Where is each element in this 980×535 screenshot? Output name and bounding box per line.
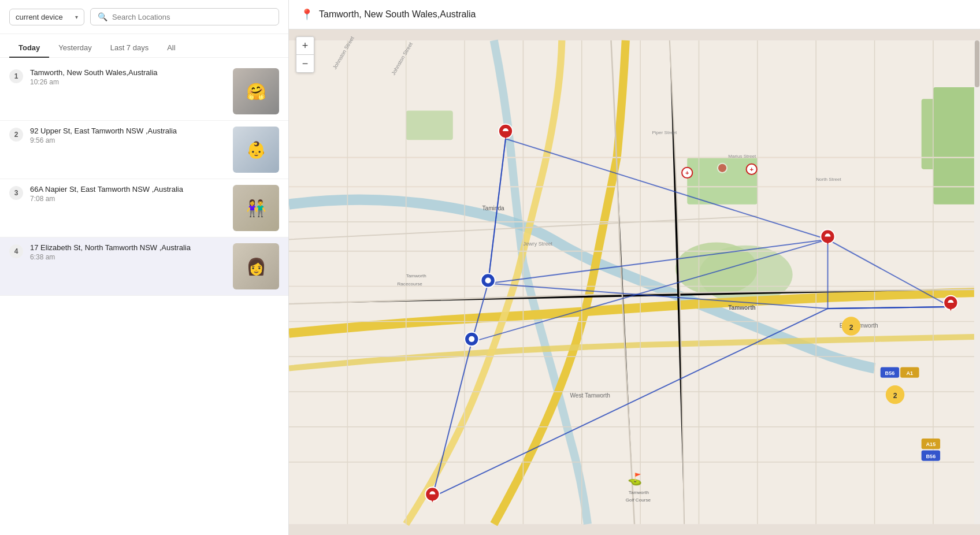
thumb-figure: 👶: [233, 127, 279, 173]
tab-last7[interactable]: Last 7 days: [101, 39, 158, 58]
svg-point-61: [485, 277, 491, 283]
svg-text:Tamworth: Tamworth: [728, 304, 756, 311]
location-time: 7:08 am: [30, 195, 226, 203]
svg-text:Tamworth: Tamworth: [629, 490, 649, 495]
svg-point-63: [469, 336, 474, 342]
location-number: 2: [9, 128, 23, 142]
list-item[interactable]: 3 66A Napier St, East Tamworth NSW ,Aust…: [0, 179, 288, 237]
left-panel: current device ▾ 🔍 Today Yesterday Last …: [0, 0, 289, 535]
svg-text:B56: B56: [926, 454, 936, 459]
location-time: 6:38 am: [30, 253, 226, 261]
map-title: Tamworth, New South Wales,Australia: [319, 9, 476, 20]
svg-point-70: [718, 164, 727, 173]
tabs-bar: Today Yesterday Last 7 days All: [0, 34, 288, 58]
location-thumbnail: 👫: [233, 185, 279, 231]
svg-text:Piper Street: Piper Street: [652, 130, 677, 135]
location-time: 9:56 am: [30, 136, 226, 144]
chevron-down-icon: ▾: [75, 14, 78, 20]
svg-text:2: 2: [849, 324, 853, 332]
map-container[interactable]: + −: [289, 29, 980, 535]
svg-rect-76: [974, 40, 980, 524]
list-item[interactable]: 1 Tamworth, New South Wales,Australia 10…: [0, 62, 288, 121]
svg-text:Taminda: Taminda: [482, 205, 504, 211]
svg-text:⛳: ⛳: [628, 472, 643, 486]
search-icon: 🔍: [98, 12, 107, 21]
svg-text:+: +: [749, 166, 753, 173]
location-number: 4: [9, 244, 23, 258]
location-info: Tamworth, New South Wales,Australia 10:2…: [30, 68, 226, 90]
svg-text:Golf Course: Golf Course: [626, 497, 651, 503]
list-item[interactable]: 2 92 Upper St, East Tamworth NSW ,Austra…: [0, 121, 288, 179]
tab-all[interactable]: All: [158, 39, 184, 58]
svg-text:North Street: North Street: [816, 177, 841, 182]
zoom-controls: + −: [296, 36, 314, 73]
location-name: 92 Upper St, East Tamworth NSW ,Australi…: [30, 127, 226, 135]
location-number: 3: [9, 186, 23, 200]
location-list: 1 Tamworth, New South Wales,Australia 10…: [0, 58, 288, 535]
location-info: 17 Elizabeth St, North Tamworth NSW ,Aus…: [30, 243, 226, 265]
thumb-figure: 🤗: [233, 68, 279, 114]
location-name: 66A Napier St, East Tamworth NSW ,Austra…: [30, 185, 226, 194]
tab-yesterday[interactable]: Yesterday: [49, 39, 101, 58]
svg-text:+: +: [685, 169, 689, 176]
search-box: 🔍: [90, 8, 279, 25]
map-pin-icon: 📍: [300, 8, 313, 21]
search-input[interactable]: [112, 13, 272, 21]
tab-today[interactable]: Today: [9, 39, 49, 58]
map-header: 📍 Tamworth, New South Wales,Australia: [289, 0, 980, 29]
location-info: 66A Napier St, East Tamworth NSW ,Austra…: [30, 185, 226, 206]
location-name: Tamworth, New South Wales,Australia: [30, 68, 226, 77]
thumb-figure: 👩: [233, 243, 279, 289]
right-panel: 📍 Tamworth, New South Wales,Australia + …: [289, 0, 980, 535]
location-info: 92 Upper St, East Tamworth NSW ,Australi…: [30, 127, 226, 148]
location-number: 1: [9, 69, 23, 83]
location-thumbnail: 👩: [233, 243, 279, 289]
top-bar: current device ▾ 🔍: [0, 0, 288, 34]
svg-text:B56: B56: [885, 370, 895, 376]
map-svg: Johnston Street Johnston Street Piper St…: [289, 29, 980, 535]
location-time: 10:26 am: [30, 78, 226, 86]
thumb-figure: 👫: [233, 185, 279, 231]
zoom-in-button[interactable]: +: [296, 37, 314, 54]
device-selector[interactable]: current device ▾: [9, 9, 84, 25]
location-thumbnail: 🤗: [233, 68, 279, 114]
zoom-out-button[interactable]: −: [296, 55, 314, 72]
location-name: 17 Elizabeth St, North Tamworth NSW ,Aus…: [30, 243, 226, 252]
svg-text:Marius Street: Marius Street: [728, 154, 756, 159]
svg-text:West Tamworth: West Tamworth: [570, 392, 610, 399]
device-selector-label: current device: [16, 13, 63, 21]
svg-text:Racecourse: Racecourse: [398, 281, 423, 287]
svg-text:Tamworth: Tamworth: [406, 273, 426, 278]
svg-rect-77: [975, 40, 979, 87]
svg-rect-1: [406, 111, 453, 140]
svg-text:Jewry Street: Jewry Street: [523, 241, 552, 247]
svg-text:A15: A15: [926, 441, 936, 447]
svg-text:2: 2: [893, 392, 897, 400]
svg-text:A1: A1: [907, 370, 914, 376]
location-thumbnail: 👶: [233, 127, 279, 173]
list-item[interactable]: 4 17 Elizabeth St, North Tamworth NSW ,A…: [0, 237, 288, 296]
